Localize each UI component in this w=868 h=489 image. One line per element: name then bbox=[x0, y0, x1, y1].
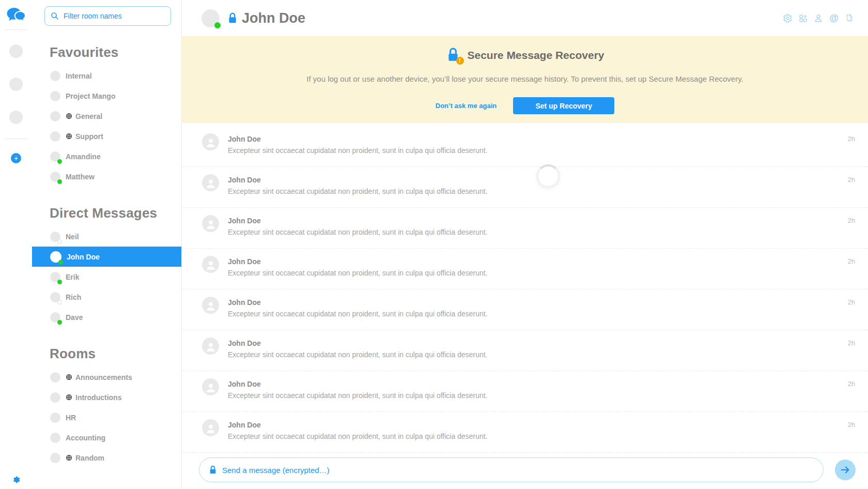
search-icon bbox=[50, 11, 59, 21]
person-icon bbox=[204, 340, 218, 353]
warning-lock-icon: ! bbox=[446, 48, 460, 63]
send-button[interactable] bbox=[835, 460, 856, 480]
room-filter[interactable] bbox=[44, 6, 171, 26]
room-avatar bbox=[50, 272, 60, 282]
message-composer[interactable] bbox=[199, 457, 824, 482]
message-sender: John Doe bbox=[228, 135, 855, 143]
user-avatar-icon bbox=[202, 338, 219, 355]
room-item-support[interactable]: Support bbox=[32, 126, 181, 146]
user-avatar-icon bbox=[202, 133, 219, 150]
warning-badge-icon: ! bbox=[456, 57, 464, 65]
sidebar-section: FavouritesInternalProject MangoGeneralSu… bbox=[32, 44, 181, 187]
message-row: John DoeExcepteur sint occaecat cupidata… bbox=[182, 412, 868, 453]
message-input[interactable] bbox=[222, 466, 814, 475]
room-item-random[interactable]: Random bbox=[32, 448, 181, 468]
message-row: John DoeExcepteur sint occaecat cupidata… bbox=[182, 126, 868, 167]
room-item-rich[interactable]: Rich bbox=[32, 287, 181, 307]
add-widget-icon[interactable] bbox=[798, 13, 808, 23]
message-sender: John Doe bbox=[228, 257, 855, 266]
room-item-accounting[interactable]: Accounting bbox=[32, 427, 181, 448]
user-avatar-icon bbox=[202, 419, 219, 436]
app-window: + FavouritesInternalProject MangoGeneral… bbox=[0, 0, 868, 489]
room-item-john-doe[interactable]: John Doe bbox=[32, 247, 181, 267]
person-icon bbox=[204, 217, 218, 231]
message-timeline: John DoeExcepteur sint occaecat cupidata… bbox=[182, 123, 868, 453]
person-icon bbox=[204, 421, 218, 435]
room-label: Accounting bbox=[66, 434, 105, 442]
room-label: Support bbox=[75, 132, 103, 141]
space-avatar[interactable] bbox=[9, 44, 23, 58]
members-icon[interactable] bbox=[813, 13, 824, 23]
app-logo-icon[interactable] bbox=[6, 6, 26, 25]
message-text: Excepteur sint occaecat cupidatat non pr… bbox=[228, 432, 855, 440]
settings-gear-icon[interactable] bbox=[12, 476, 20, 484]
divider bbox=[4, 139, 28, 139]
files-icon[interactable] bbox=[844, 13, 855, 23]
divider bbox=[4, 29, 28, 30]
room-avatar bbox=[50, 91, 60, 101]
mentions-icon[interactable]: @ bbox=[829, 13, 839, 23]
message-timestamp: 2h bbox=[848, 217, 855, 224]
room-avatar bbox=[50, 412, 60, 423]
room-avatar bbox=[50, 392, 60, 403]
room-item-project-mango[interactable]: Project Mango bbox=[32, 86, 181, 106]
message-text: Excepteur sint occaecat cupidatat non pr… bbox=[228, 350, 855, 359]
room-item-internal[interactable]: Internal bbox=[32, 66, 181, 86]
message-sender: John Doe bbox=[228, 380, 855, 388]
person-icon bbox=[204, 380, 218, 394]
dont-ask-again-link[interactable]: Don’t ask me again bbox=[436, 102, 497, 110]
presence-dot bbox=[214, 22, 221, 28]
user-avatar-icon bbox=[202, 378, 219, 395]
message-sender: John Doe bbox=[228, 298, 855, 307]
message-row: John DoeExcepteur sint occaecat cupidata… bbox=[182, 167, 868, 208]
section-title: Rooms bbox=[32, 346, 181, 362]
message-timestamp: 2h bbox=[848, 339, 855, 347]
presence-dot bbox=[57, 300, 62, 304]
room-item-neil[interactable]: Neil bbox=[32, 226, 181, 247]
room-filter-input[interactable] bbox=[64, 12, 165, 20]
room-item-introductions[interactable]: Introductions bbox=[32, 387, 181, 407]
message-text: Excepteur sint occaecat cupidatat non pr… bbox=[228, 310, 855, 318]
message-timestamp: 2h bbox=[848, 421, 855, 429]
globe-icon bbox=[66, 374, 72, 380]
room-item-matthew[interactable]: Matthew bbox=[32, 166, 181, 187]
room-item-announcements[interactable]: Announcements bbox=[32, 367, 181, 387]
send-arrow-icon bbox=[840, 464, 851, 476]
user-avatar-icon bbox=[202, 215, 219, 232]
room-avatar bbox=[50, 71, 60, 81]
message-row: John DoeExcepteur sint occaecat cupidata… bbox=[182, 208, 868, 249]
message-timestamp: 2h bbox=[848, 298, 855, 306]
room-item-hr[interactable]: HR bbox=[32, 407, 181, 427]
setup-recovery-button[interactable]: Set up Recovery bbox=[513, 97, 614, 114]
space-avatar[interactable] bbox=[9, 111, 23, 124]
message-text: Excepteur sint occaecat cupidatat non pr… bbox=[228, 269, 855, 277]
message-row: John DoeExcepteur sint occaecat cupidata… bbox=[182, 289, 868, 330]
room-avatar bbox=[50, 372, 60, 383]
section-title: Direct Messages bbox=[32, 205, 181, 221]
room-label: HR bbox=[66, 414, 76, 422]
person-icon bbox=[204, 258, 218, 271]
space-rail: + bbox=[0, 0, 32, 489]
add-space-button[interactable]: + bbox=[11, 153, 21, 163]
room-label: Dave bbox=[66, 313, 83, 322]
banner-actions: Don’t ask me again Set up Recovery bbox=[182, 97, 868, 114]
room-avatar bbox=[50, 292, 60, 302]
message-text: Excepteur sint occaecat cupidatat non pr… bbox=[228, 187, 855, 195]
room-item-general[interactable]: General bbox=[32, 106, 181, 126]
room-avatar[interactable] bbox=[202, 9, 220, 27]
room-avatar bbox=[50, 251, 61, 263]
room-avatar bbox=[50, 151, 60, 162]
settings-icon[interactable] bbox=[782, 13, 793, 23]
room-item-erik[interactable]: Erik bbox=[32, 267, 181, 287]
room-avatar bbox=[50, 172, 60, 182]
room-label: Erik bbox=[66, 273, 79, 281]
room-item-amandine[interactable]: Amandine bbox=[32, 146, 181, 166]
room-label: Matthew bbox=[66, 173, 95, 181]
room-label: General bbox=[75, 112, 102, 120]
room-label: Internal bbox=[66, 72, 92, 80]
person-icon bbox=[204, 299, 218, 312]
space-avatar[interactable] bbox=[9, 78, 23, 91]
user-avatar-icon bbox=[202, 297, 219, 314]
header-toolbar: @ bbox=[782, 0, 855, 36]
room-item-dave[interactable]: Dave bbox=[32, 307, 181, 327]
